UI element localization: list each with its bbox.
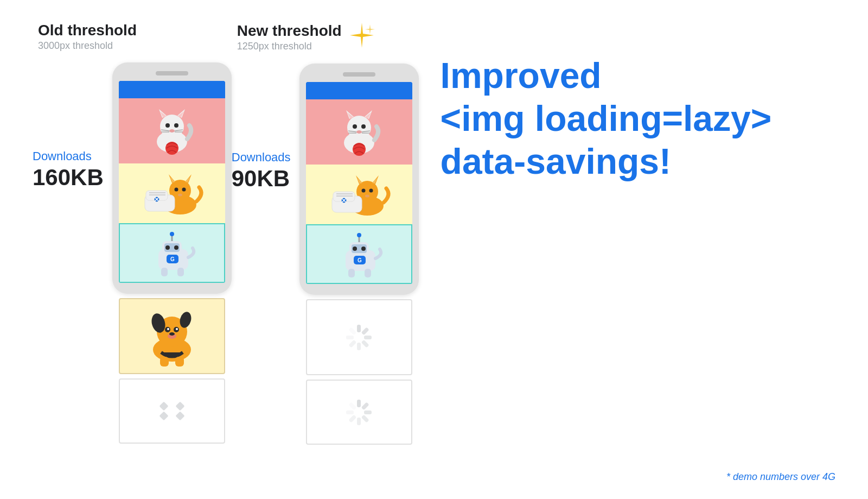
svg-text:G: G (170, 256, 175, 262)
svg-marker-52 (365, 24, 375, 34)
page-container: Old threshold 3000px threshold Downloads… (0, 0, 868, 499)
svg-rect-36 (177, 268, 184, 276)
improved-line3: data-savings! (441, 141, 671, 181)
svg-rect-95 (361, 339, 369, 348)
left-phone: G (112, 62, 232, 294)
old-threshold-title: Old threshold (38, 22, 137, 39)
svg-rect-89 (365, 269, 371, 277)
new-threshold-title: New threshold (237, 22, 342, 40)
svg-point-22 (178, 193, 182, 196)
svg-point-74 (369, 188, 373, 192)
left-img-cat (119, 98, 225, 163)
svg-rect-98 (346, 336, 354, 339)
svg-rect-49 (160, 357, 169, 367)
right-downloads-size: 90KB (232, 166, 291, 192)
svg-rect-94 (364, 336, 372, 339)
right-loading-1 (306, 299, 412, 375)
right-column: New threshold 1250px threshold Downloads… (232, 22, 419, 445)
right-downloads-info: Downloads 90KB (232, 150, 291, 192)
svg-point-32 (174, 245, 178, 250)
right-loading-2 (306, 380, 412, 445)
svg-rect-96 (357, 343, 361, 350)
svg-point-20 (174, 187, 178, 191)
info-section: Improved <img loading=lazy> data-savings… (419, 22, 835, 184)
svg-point-31 (165, 245, 170, 250)
svg-rect-92 (357, 325, 361, 332)
right-phone-notch (343, 72, 375, 77)
svg-marker-18 (170, 176, 175, 182)
svg-rect-88 (348, 269, 355, 277)
svg-point-34 (170, 232, 174, 236)
svg-rect-104 (357, 418, 361, 425)
right-phone: G (299, 64, 419, 295)
right-phone-screen: G (306, 82, 412, 284)
demo-note: * demo numbers over 4G (726, 471, 835, 483)
svg-point-45 (167, 328, 169, 330)
old-threshold-subtitle: 3000px threshold (38, 40, 137, 52)
svg-point-60 (361, 124, 366, 129)
right-downloads-label: Downloads (232, 150, 291, 165)
svg-point-48 (169, 332, 175, 336)
right-img-cat (306, 99, 412, 165)
left-phone-screen: G (119, 81, 225, 283)
left-downloads-size: 160KB (33, 165, 104, 191)
left-img-orange-cat (119, 163, 225, 223)
svg-rect-99 (349, 327, 357, 335)
svg-point-84 (353, 247, 357, 251)
svg-rect-93 (361, 327, 369, 335)
svg-rect-103 (361, 414, 369, 422)
svg-point-54 (347, 116, 371, 140)
improved-line1: Improved (441, 55, 602, 96)
left-downloads-label: Downloads (33, 149, 104, 163)
svg-point-46 (176, 328, 178, 330)
right-img-robot-dog: G (306, 224, 412, 284)
svg-text:G: G (358, 257, 362, 263)
left-downloads-info: Downloads 160KB (33, 149, 104, 191)
svg-rect-35 (161, 268, 168, 276)
left-phone-notch (156, 71, 188, 75)
left-loading-placeholder (119, 378, 225, 444)
svg-rect-107 (349, 402, 357, 410)
svg-rect-101 (361, 402, 369, 410)
svg-point-73 (361, 188, 365, 192)
svg-marker-71 (357, 178, 362, 184)
svg-rect-106 (346, 410, 354, 414)
svg-rect-105 (349, 414, 357, 422)
svg-point-61 (356, 130, 362, 134)
right-img-orange-cat (306, 165, 412, 224)
left-column: Old threshold 3000px threshold Downloads… (33, 22, 232, 444)
svg-point-13 (165, 142, 178, 155)
svg-rect-100 (357, 400, 361, 407)
svg-point-85 (361, 247, 366, 251)
svg-point-75 (365, 194, 369, 197)
left-header: Old threshold 3000px threshold (33, 22, 137, 52)
svg-point-59 (353, 124, 357, 129)
svg-rect-97 (349, 339, 357, 348)
svg-point-87 (357, 233, 361, 237)
svg-point-7 (174, 123, 178, 128)
left-img-robot-dog: G (119, 223, 225, 283)
svg-rect-50 (175, 357, 184, 367)
svg-point-66 (353, 143, 366, 156)
svg-point-8 (169, 129, 175, 132)
left-loading-icon (161, 403, 183, 419)
new-threshold-subtitle: 1250px threshold (237, 41, 342, 52)
improved-line2: <img loading=lazy> (441, 98, 772, 138)
svg-rect-102 (364, 410, 372, 414)
svg-marker-19 (185, 176, 190, 182)
improved-text: Improved <img loading=lazy> data-savings… (441, 54, 835, 184)
svg-point-6 (165, 123, 170, 128)
svg-point-21 (182, 187, 186, 191)
svg-marker-72 (372, 178, 378, 184)
left-img-yellow-dog (119, 298, 225, 374)
sparkle-icon (348, 22, 375, 53)
svg-point-1 (160, 115, 184, 138)
right-header: New threshold 1250px threshold (232, 22, 375, 53)
